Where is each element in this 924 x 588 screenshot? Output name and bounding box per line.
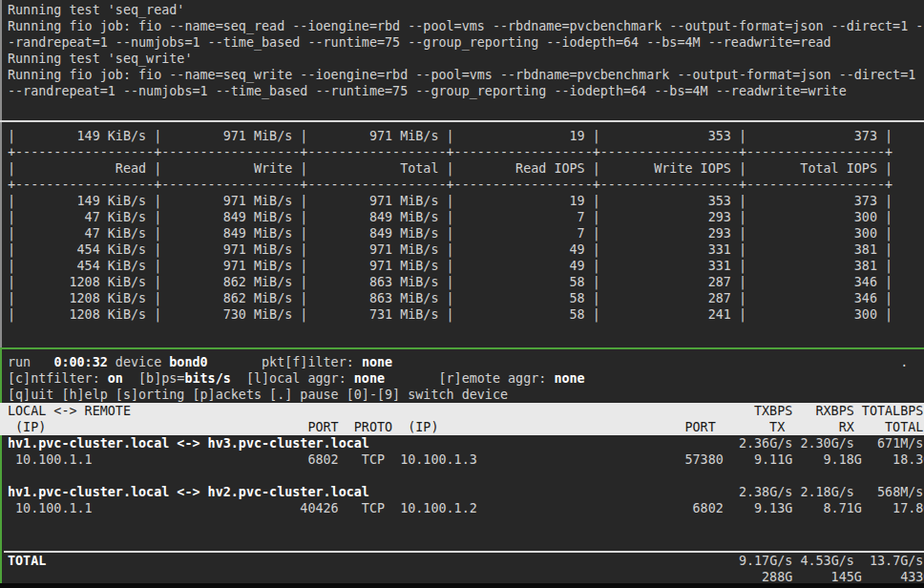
fio-line: Running test 'seq_write' <box>8 51 924 67</box>
fio-line: Running fio job: fio --name=seq_write --… <box>8 67 924 83</box>
net-blank-line <box>8 468 924 484</box>
net-connection-detail-line: 10.100.1.1 40426 TCP 10.100.1.2 6802 9.1… <box>8 500 924 516</box>
table-data-row: | 47 KiB/s | 849 MiB/s | 849 MiB/s | 7 |… <box>8 225 924 242</box>
fio-output-section: Running test 'seq_read'Running fio job: … <box>0 2 924 99</box>
pane-separator-top <box>0 120 924 122</box>
net-connection-hosts-line: hv1.pvc-cluster.local <-> hv2.pvc-cluste… <box>8 484 924 500</box>
table-header-row: | Read | Write | Total | Read IOPS | Wri… <box>8 160 924 177</box>
table-separator: +------------------+------------------+-… <box>8 144 924 160</box>
table-data-row: | 454 KiB/s | 971 MiB/s | 971 MiB/s | 49… <box>8 242 924 258</box>
fio-line: Running fio job: fio --name=seq_read --i… <box>8 18 924 34</box>
fio-line: Running test 'seq_read' <box>8 2 924 18</box>
net-header-bar-row2: (IP) PORT PROTO (IP) PORT TX RX TOTAL <box>0 419 924 435</box>
table-data-row: | 47 KiB/s | 849 MiB/s | 849 MiB/s | 7 |… <box>8 209 924 225</box>
terminal[interactable]: Running test 'seq_read'Running fio job: … <box>0 0 924 588</box>
table-data-row: | 1208 KiB/s | 862 MiB/s | 863 MiB/s | 5… <box>8 290 924 306</box>
net-connection-detail-line: 10.100.1.1 6802 TCP 10.100.1.3 57380 9.1… <box>8 452 924 468</box>
net-total-line: TOTAL 9.17G/s 4.53G/s 13.7G/s <box>8 553 924 569</box>
table-data-row: | 149 KiB/s | 971 MiB/s | 971 MiB/s | 19… <box>8 193 924 209</box>
jnettop-section: run 0:00:32 device bond0 pkt[f]ilter: no… <box>0 354 924 533</box>
table-data-row: | 1208 KiB/s | 862 MiB/s | 863 MiB/s | 5… <box>8 274 924 290</box>
table-separator: +------------------+------------------+-… <box>8 177 924 193</box>
net-help-line: [q]uit [h]elp [s]orting [p]ackets [.] pa… <box>8 387 924 403</box>
net-header-bar-row1: LOCAL <-> REMOTE TXBPS RXBPS TOTALBPS <box>0 403 924 419</box>
fio-line: -randrepeat=1 --numjobs=1 --time_based -… <box>8 34 924 51</box>
table-data-row: | 454 KiB/s | 971 MiB/s | 971 MiB/s | 49… <box>8 258 924 274</box>
bottom-strip <box>0 583 924 588</box>
net-filter-line: [c]ntfilter: on [b]ps=bits/s [l]ocal agg… <box>8 370 924 387</box>
net-connection-hosts-line: hv1.pvc-cluster.local <-> hv3.pvc-cluste… <box>8 435 924 452</box>
table-unit-row: | 149 KiB/s | 971 MiB/s | 971 MiB/s | 19… <box>8 128 924 144</box>
table-data-row: | 1208 KiB/s | 730 MiB/s | 731 MiB/s | 5… <box>8 306 924 323</box>
net-status-line: run 0:00:32 device bond0 pkt[f]ilter: no… <box>8 354 924 370</box>
fio-line: --randrepeat=1 --numjobs=1 --time_based … <box>8 83 924 99</box>
pane-separator-green <box>0 347 924 349</box>
benchmark-table-section: | 149 KiB/s | 971 MiB/s | 971 MiB/s | 19… <box>0 128 924 323</box>
net-blank-line <box>8 516 924 533</box>
jnettop-total-section: TOTAL 9.17G/s 4.53G/s 13.7G/s <box>0 553 924 585</box>
